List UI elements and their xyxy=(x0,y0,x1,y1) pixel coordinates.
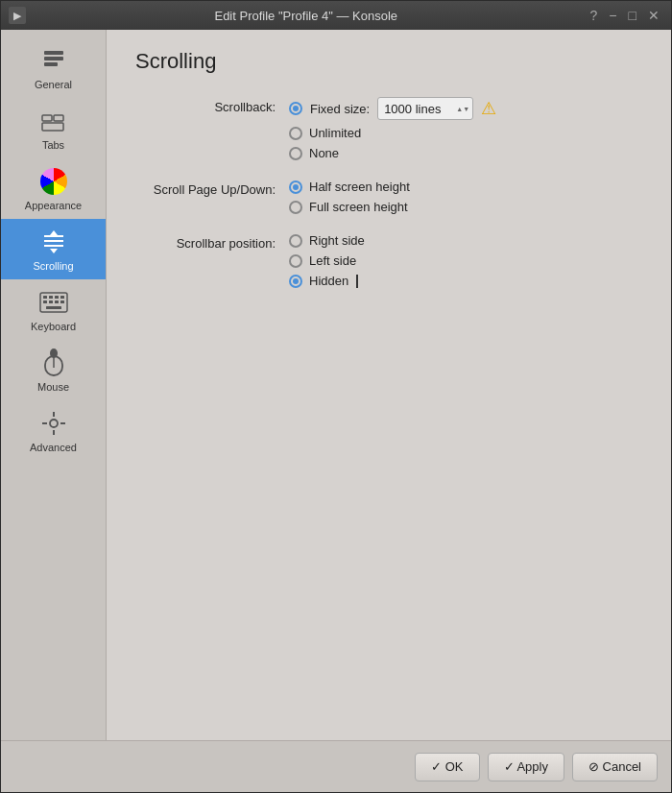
sidebar-item-appearance[interactable]: Appearance xyxy=(1,158,106,219)
cursor-indicator xyxy=(356,275,358,288)
help-button[interactable]: ? xyxy=(587,8,602,23)
scroll-full-row: Full screen height xyxy=(289,200,410,214)
sidebar-scrolling-label: Scrolling xyxy=(33,260,73,272)
sidebar-advanced-label: Advanced xyxy=(30,442,77,453)
scroll-half-radio[interactable] xyxy=(289,180,302,194)
sidebar-item-general[interactable]: General xyxy=(1,37,106,98)
svg-rect-14 xyxy=(55,296,59,299)
svg-rect-0 xyxy=(44,51,63,55)
scrollbar-right-row: Right side xyxy=(289,233,365,248)
scroll-page-options: Half screen height Full screen height xyxy=(289,180,410,214)
scrollback-options: Fixed size: 1000 lines 500 lines 2000 li… xyxy=(289,97,496,160)
main-panel: Scrolling Scrollback: Fixed size: 1 xyxy=(107,30,671,740)
sidebar-keyboard-label: Keyboard xyxy=(31,321,76,332)
general-icon xyxy=(38,45,69,76)
scrollback-unlimited-label: Unlimited xyxy=(309,126,361,140)
scrollbar-hidden-row: Hidden xyxy=(289,274,365,288)
scrollback-fixed-row: Fixed size: 1000 lines 500 lines 2000 li… xyxy=(289,97,496,120)
scrollbar-position-group: Scrollbar position: Right side Left side xyxy=(135,233,642,288)
scrollbar-left-row: Left side xyxy=(289,253,365,268)
minimize-button[interactable]: − xyxy=(605,8,620,23)
scrollbar-position-label: Scrollbar position: xyxy=(135,233,289,251)
appearance-icon xyxy=(38,166,69,197)
tabs-icon xyxy=(38,106,69,136)
scrollbar-position-row: Scrollbar position: Right side Left side xyxy=(135,233,642,288)
content-area: General Tabs Appearance xyxy=(1,30,671,740)
scrollback-none-radio[interactable] xyxy=(289,147,302,160)
svg-point-23 xyxy=(50,348,58,358)
titlebar: ▶ Edit Profile "Profile 4" — Konsole ? −… xyxy=(1,1,671,30)
scrollback-label: Scrollback: xyxy=(135,97,289,114)
sidebar-tabs-label: Tabs xyxy=(42,139,64,151)
svg-point-24 xyxy=(50,420,58,427)
sidebar-mouse-label: Mouse xyxy=(37,381,69,393)
scrollbar-left-label: Left side xyxy=(309,253,356,268)
svg-rect-1 xyxy=(44,57,63,60)
scroll-page-row: Scroll Page Up/Down: Half screen height … xyxy=(135,180,642,214)
scrollback-row: Scrollback: Fixed size: 1000 lines 500 l… xyxy=(135,97,642,160)
warning-icon: ⚠ xyxy=(481,98,496,119)
svg-rect-19 xyxy=(60,300,64,303)
scrollback-unlimited-radio[interactable] xyxy=(289,127,302,140)
page-title: Scrolling xyxy=(135,49,642,74)
svg-rect-18 xyxy=(55,300,59,303)
cancel-button[interactable]: ⊘ Cancel xyxy=(572,753,658,781)
window-title: Edit Profile "Profile 4" — Konsole xyxy=(26,9,587,23)
scrollbar-left-radio[interactable] xyxy=(289,254,302,268)
close-button[interactable]: ✕ xyxy=(644,8,663,23)
scrollbar-hidden-label: Hidden xyxy=(309,274,348,288)
svg-rect-20 xyxy=(46,306,61,309)
svg-rect-12 xyxy=(43,296,47,299)
sidebar-item-mouse[interactable]: Mouse xyxy=(1,340,106,400)
footer: ✓ OK ✓ Apply ⊘ Cancel xyxy=(1,740,671,792)
svg-rect-15 xyxy=(60,296,64,299)
maximize-button[interactable]: □ xyxy=(625,8,640,23)
scrollback-group: Scrollback: Fixed size: 1000 lines 500 l… xyxy=(135,97,642,160)
scrollback-unlimited-row: Unlimited xyxy=(289,126,496,140)
scroll-full-radio[interactable] xyxy=(289,201,302,214)
scroll-page-group: Scroll Page Up/Down: Half screen height … xyxy=(135,180,642,214)
svg-rect-17 xyxy=(49,300,53,303)
scrollback-fixed-label: Fixed size: xyxy=(310,102,370,116)
scrollback-size-select[interactable]: 1000 lines 500 lines 2000 lines 5000 lin… xyxy=(377,97,473,120)
scrollback-none-label: None xyxy=(309,146,339,160)
scroll-half-row: Half screen height xyxy=(289,180,410,194)
scrollback-fixed-radio[interactable] xyxy=(289,102,302,115)
titlebar-controls: ? − □ ✕ xyxy=(587,8,663,23)
scrollbar-hidden-radio[interactable] xyxy=(289,275,302,288)
sidebar: General Tabs Appearance xyxy=(1,30,107,740)
scroll-page-label: Scroll Page Up/Down: xyxy=(135,180,289,197)
advanced-icon xyxy=(38,408,69,439)
scrollback-none-row: None xyxy=(289,146,496,160)
scroll-full-label: Full screen height xyxy=(309,200,408,214)
sidebar-item-advanced[interactable]: Advanced xyxy=(1,400,106,461)
svg-marker-9 xyxy=(50,230,58,235)
scrollbar-right-label: Right side xyxy=(309,233,365,248)
scrolling-icon xyxy=(38,227,69,257)
svg-rect-5 xyxy=(42,123,63,131)
scrollback-size-wrapper: 1000 lines 500 lines 2000 lines 5000 lin… xyxy=(377,97,473,120)
sidebar-general-label: General xyxy=(35,79,72,90)
scrollbar-position-options: Right side Left side Hidden xyxy=(289,233,365,288)
svg-rect-13 xyxy=(49,296,53,299)
apply-button[interactable]: ✓ Apply xyxy=(488,753,564,781)
keyboard-icon xyxy=(38,287,69,318)
window: ▶ Edit Profile "Profile 4" — Konsole ? −… xyxy=(0,0,672,793)
svg-marker-10 xyxy=(50,249,58,253)
svg-rect-16 xyxy=(43,300,47,303)
sidebar-item-scrolling[interactable]: Scrolling xyxy=(1,219,106,279)
svg-rect-4 xyxy=(54,115,63,121)
scroll-half-label: Half screen height xyxy=(309,180,410,194)
sidebar-item-tabs[interactable]: Tabs xyxy=(1,98,106,158)
app-icon: ▶ xyxy=(9,7,26,24)
scrollbar-right-radio[interactable] xyxy=(289,234,302,248)
sidebar-appearance-label: Appearance xyxy=(25,200,82,211)
ok-button[interactable]: ✓ OK xyxy=(415,753,479,781)
sidebar-item-keyboard[interactable]: Keyboard xyxy=(1,279,106,340)
svg-rect-3 xyxy=(42,115,52,121)
mouse-icon xyxy=(38,348,69,378)
svg-rect-2 xyxy=(44,62,58,66)
